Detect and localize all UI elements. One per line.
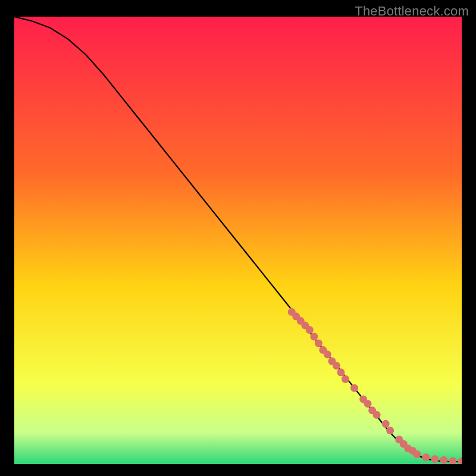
scatter-point [431, 455, 439, 463]
scatter-point [337, 368, 345, 376]
scatter-point [310, 333, 318, 340]
scatter-point [315, 339, 322, 347]
scatter-point [440, 456, 447, 464]
scatter-point [364, 400, 372, 408]
scatter-point [373, 411, 381, 419]
chart-stage: TheBottleneck.com [0, 0, 476, 476]
scatter-point [333, 362, 340, 369]
scatter-point [422, 453, 430, 461]
chart-svg [14, 17, 462, 464]
scatter-point [342, 375, 349, 383]
scatter-point [413, 450, 421, 458]
gradient-background [14, 17, 462, 464]
scatter-point [324, 350, 331, 358]
plot-area [14, 17, 462, 464]
scatter-point [386, 427, 394, 434]
scatter-point [350, 384, 358, 392]
scatter-point [306, 326, 314, 334]
scatter-point [382, 420, 390, 428]
